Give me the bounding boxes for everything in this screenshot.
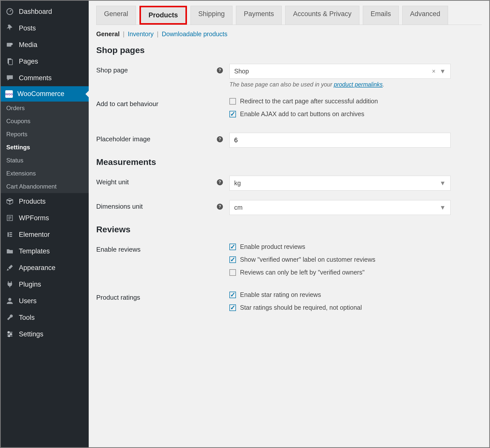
subsection-inventory[interactable]: Inventory: [128, 30, 154, 37]
sidebar-item-elementor[interactable]: Elementor: [1, 226, 89, 243]
checkbox-ajax[interactable]: ✓: [229, 111, 236, 117]
placeholder-image-input[interactable]: [229, 133, 451, 148]
tab-emails[interactable]: Emails: [363, 6, 399, 25]
shop-page-select[interactable]: Shop × ▼: [229, 64, 451, 79]
checkbox-star-required[interactable]: ✓: [229, 304, 236, 311]
sidebar-sub-settings[interactable]: Settings: [1, 141, 89, 154]
shop-page-hint: The base page can also be used in your p…: [229, 81, 482, 88]
tab-shipping[interactable]: Shipping: [190, 6, 232, 25]
checkbox-verified-label-text: Show "verified owner" label on customer …: [240, 256, 375, 263]
plug-icon: [5, 280, 14, 289]
box-icon: [5, 197, 14, 206]
subsection-general[interactable]: General: [96, 30, 120, 37]
sidebar-item-products[interactable]: Products: [1, 193, 89, 210]
dimensions-unit-value: cm: [234, 204, 242, 211]
section-measurements: Measurements: [96, 157, 482, 167]
settings-tabs: General Products Shipping Payments Accou…: [96, 6, 482, 25]
sidebar-item-comments[interactable]: Comments: [1, 70, 89, 86]
label-add-to-cart: Add to cart behaviour: [96, 98, 217, 108]
svg-point-13: [8, 335, 10, 337]
sidebar-label: Comments: [19, 74, 52, 82]
dimensions-unit-select[interactable]: cm ▼: [229, 200, 451, 215]
label-placeholder-image: Placeholder image: [96, 133, 217, 143]
folder-icon: [5, 247, 14, 256]
subsection-downloadable[interactable]: Downloadable products: [162, 30, 227, 37]
sidebar-label: Appearance: [19, 264, 56, 272]
tab-general[interactable]: General: [96, 6, 136, 25]
woo-icon: woo: [5, 90, 13, 98]
checkbox-ajax-label: Enable AJAX add to cart buttons on archi…: [240, 110, 364, 118]
sidebar-sub-extensions[interactable]: Extensions: [1, 167, 89, 180]
sidebar-label: Dashboard: [19, 8, 52, 16]
settings-main: General Products Shipping Payments Accou…: [89, 1, 489, 447]
checkbox-enable-reviews[interactable]: ✓: [229, 244, 236, 250]
label-weight-unit: Weight unit: [96, 176, 217, 186]
checkbox-enable-reviews-label: Enable product reviews: [240, 243, 305, 250]
sidebar-item-settings[interactable]: Settings: [1, 326, 89, 342]
sidebar-label: Settings: [19, 330, 43, 338]
tab-products[interactable]: Products: [139, 6, 187, 25]
chevron-down-icon: ▼: [439, 180, 446, 187]
sidebar-sub-cart-abandonment[interactable]: Cart Abandonment: [1, 180, 89, 193]
tab-payments[interactable]: Payments: [236, 6, 282, 25]
sidebar-item-appearance[interactable]: Appearance: [1, 259, 89, 276]
weight-unit-select[interactable]: kg ▼: [229, 176, 451, 191]
dashboard-icon: [5, 7, 14, 16]
help-icon[interactable]: ?: [217, 136, 223, 142]
sidebar-label: Templates: [19, 247, 50, 255]
label-shop-page: Shop page: [96, 64, 217, 74]
checkbox-verified-label[interactable]: ✓: [229, 256, 236, 263]
chevron-down-icon: ▼: [439, 204, 446, 211]
placeholder-image-field[interactable]: [234, 137, 446, 144]
svg-rect-6: [8, 232, 9, 237]
chevron-down-icon[interactable]: ▼: [439, 68, 446, 75]
admin-sidebar: Dashboard Posts Media Pages Comments woo…: [1, 1, 89, 447]
help-icon[interactable]: ?: [217, 204, 223, 210]
product-permalinks-link[interactable]: product permalinks: [334, 81, 383, 88]
help-icon[interactable]: ?: [217, 67, 223, 73]
sidebar-label: Pages: [19, 58, 38, 65]
wrench-icon: [5, 313, 14, 322]
sidebar-item-wpforms[interactable]: WPForms: [1, 210, 89, 226]
help-icon[interactable]: ?: [217, 179, 223, 185]
sidebar-item-plugins[interactable]: Plugins: [1, 276, 89, 293]
section-shop-pages: Shop pages: [96, 45, 482, 55]
sliders-icon: [5, 330, 14, 339]
form-icon: [5, 213, 14, 222]
sidebar-item-media[interactable]: Media: [1, 36, 89, 53]
settings-subsections: General | Inventory | Downloadable produ…: [96, 30, 482, 38]
sidebar-label: WooCommerce: [17, 90, 64, 98]
sidebar-sub-status[interactable]: Status: [1, 154, 89, 167]
label-enable-reviews: Enable reviews: [96, 243, 217, 253]
svg-rect-1: [7, 43, 11, 47]
sidebar-sub-orders[interactable]: Orders: [1, 102, 89, 115]
svg-point-10: [8, 298, 11, 301]
svg-point-2: [11, 43, 13, 45]
sidebar-label: Plugins: [19, 281, 41, 288]
checkbox-redirect-label: Redirect to the cart page after successf…: [240, 98, 378, 105]
checkbox-redirect[interactable]: [229, 98, 236, 105]
sidebar-item-tools[interactable]: Tools: [1, 309, 89, 326]
clear-icon[interactable]: ×: [432, 68, 436, 75]
weight-unit-value: kg: [234, 180, 241, 187]
pin-icon: [5, 24, 14, 33]
checkbox-star-rating[interactable]: ✓: [229, 292, 236, 298]
sidebar-item-pages[interactable]: Pages: [1, 53, 89, 70]
checkbox-verified-only-label: Reviews can only be left by "verified ow…: [240, 269, 365, 276]
sidebar-sub-coupons[interactable]: Coupons: [1, 115, 89, 128]
elementor-icon: [5, 230, 14, 239]
sidebar-label: Users: [19, 297, 37, 305]
checkbox-star-required-label: Star ratings should be required, not opt…: [240, 304, 362, 311]
tab-advanced[interactable]: Advanced: [402, 6, 448, 25]
sidebar-item-woocommerce[interactable]: woo WooCommerce: [1, 86, 89, 102]
user-icon: [5, 296, 14, 305]
tab-accounts-privacy[interactable]: Accounts & Privacy: [285, 6, 359, 25]
sidebar-sub-reports[interactable]: Reports: [1, 128, 89, 141]
sidebar-item-posts[interactable]: Posts: [1, 20, 89, 36]
label-product-ratings: Product ratings: [96, 291, 217, 301]
sidebar-item-templates[interactable]: Templates: [1, 243, 89, 259]
checkbox-verified-only[interactable]: [229, 269, 236, 276]
brush-icon: [5, 263, 14, 272]
sidebar-item-dashboard[interactable]: Dashboard: [1, 3, 89, 20]
sidebar-item-users[interactable]: Users: [1, 293, 89, 309]
